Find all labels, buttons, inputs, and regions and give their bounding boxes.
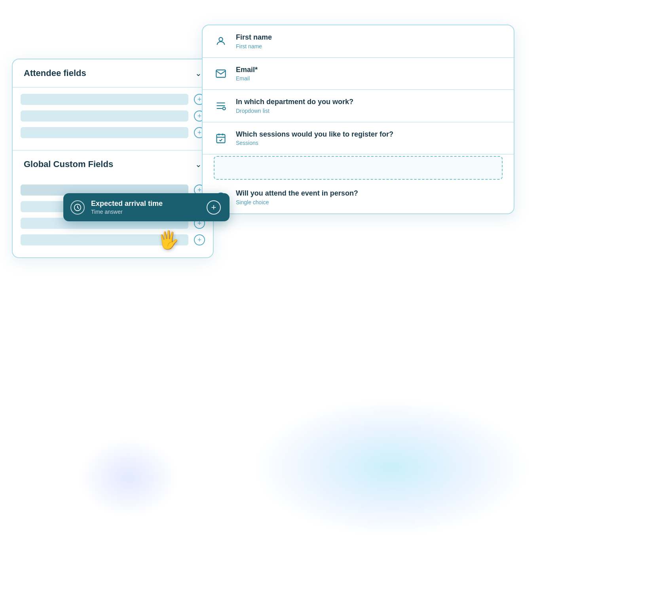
- bg-glow-left: [79, 438, 178, 517]
- attendee-section-header[interactable]: Attendee fields ⌄: [13, 59, 213, 87]
- field-bar: [21, 110, 188, 122]
- sessions-sublabel: Sessions: [236, 140, 503, 146]
- form-field-email: Email* Email: [203, 58, 514, 90]
- attendee-field-rows: + + +: [13, 87, 213, 150]
- form-field-attend: Will you attend the event in person? Sin…: [203, 181, 514, 213]
- department-field-text: In which department do you work? Dropdow…: [236, 98, 503, 114]
- field-row: +: [21, 110, 205, 122]
- email-field-text: Email* Email: [236, 66, 503, 82]
- attendee-chevron-icon: ⌄: [195, 68, 202, 78]
- attendee-title: Attendee fields: [24, 68, 86, 78]
- svg-point-1: [219, 38, 222, 41]
- first-name-field-text: First name First name: [236, 33, 503, 49]
- drag-tooltip-title: Expected arrival time: [91, 200, 200, 208]
- form-field-department: In which department do you work? Dropdow…: [203, 90, 514, 122]
- svg-rect-7: [217, 135, 225, 143]
- field-bar: [21, 127, 188, 138]
- department-label: In which department do you work?: [236, 98, 503, 106]
- left-panel: Attendee fields ⌄ + + + Global Custom Fi…: [12, 59, 214, 258]
- form-field-first-name: First name First name: [203, 25, 514, 58]
- email-label: Email*: [236, 66, 503, 74]
- drop-zone: [214, 156, 503, 180]
- dropdown-icon: [214, 99, 228, 113]
- sessions-field-text: Which sessions would you like to registe…: [236, 130, 503, 146]
- email-sublabel: Email: [236, 75, 503, 82]
- sessions-label: Which sessions would you like to registe…: [236, 130, 503, 139]
- first-name-sublabel: First name: [236, 43, 503, 49]
- drag-tooltip-content: Expected arrival time Time answer: [91, 200, 200, 215]
- first-name-label: First name: [236, 33, 503, 42]
- global-section-header[interactable]: Global Custom Fields ⌄: [13, 150, 213, 178]
- field-row: +: [21, 94, 205, 105]
- person-icon: [214, 34, 228, 48]
- svg-point-6: [223, 107, 226, 110]
- add-field-button[interactable]: +: [194, 234, 205, 245]
- form-field-sessions: Which sessions would you like to registe…: [203, 122, 514, 155]
- global-chevron-icon: ⌄: [195, 160, 202, 169]
- attend-field-text: Will you attend the event in person? Sin…: [236, 189, 503, 205]
- email-icon: [214, 67, 228, 81]
- department-sublabel: Dropdown list: [236, 108, 503, 114]
- global-title: Global Custom Fields: [24, 159, 113, 169]
- calendar-icon: [214, 131, 228, 145]
- drag-add-button[interactable]: +: [207, 200, 221, 215]
- bg-glow-right: [253, 398, 530, 537]
- drag-tooltip: Expected arrival time Time answer +: [63, 193, 230, 221]
- right-panel: First name First name Email* Email: [202, 25, 514, 214]
- attend-label: Will you attend the event in person?: [236, 189, 503, 198]
- clock-icon: [70, 200, 85, 215]
- drag-tooltip-subtitle: Time answer: [91, 209, 200, 215]
- field-bar: [21, 94, 188, 105]
- attend-sublabel: Single choice: [236, 199, 503, 205]
- field-row: +: [21, 127, 205, 138]
- cursor-hand-icon: 🖐: [158, 230, 179, 250]
